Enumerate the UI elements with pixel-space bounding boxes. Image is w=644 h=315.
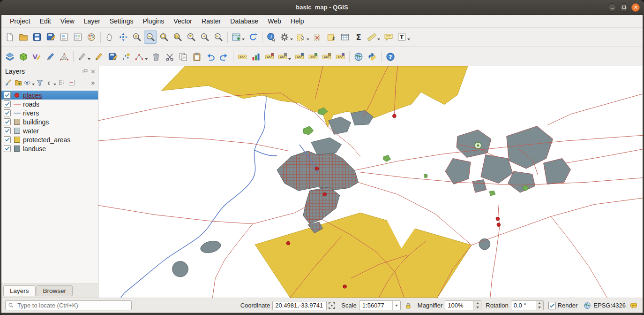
zoom-out-button[interactable] bbox=[144, 31, 157, 44]
layer-visibility-checkbox[interactable] bbox=[4, 145, 11, 152]
add-point-feature-button[interactable] bbox=[120, 50, 133, 63]
redo-button[interactable] bbox=[217, 50, 231, 63]
measure-line-button[interactable] bbox=[366, 31, 382, 44]
magnifier-spinner[interactable] bbox=[445, 300, 481, 310]
menu-plugins[interactable]: Plugins bbox=[138, 15, 169, 27]
menu-database[interactable]: Database bbox=[225, 15, 263, 27]
layer-diagram-button[interactable] bbox=[249, 50, 262, 63]
crs-label[interactable]: EPSG:4326 bbox=[593, 302, 626, 309]
maximize-button[interactable] bbox=[620, 3, 628, 12]
expand-collapse-all-button[interactable] bbox=[56, 77, 67, 88]
menu-project[interactable]: Project bbox=[5, 15, 35, 27]
minimize-button[interactable] bbox=[608, 3, 616, 12]
filter-by-expression-button[interactable]: ε bbox=[45, 77, 56, 88]
chevron-down-icon[interactable] bbox=[392, 301, 400, 310]
menu-raster[interactable]: Raster bbox=[197, 15, 225, 27]
tab-layers[interactable]: Layers bbox=[3, 285, 36, 296]
layer-row-landuse[interactable]: landuse bbox=[1, 144, 98, 153]
layer-row-rivers[interactable]: rivers bbox=[1, 108, 98, 117]
refresh-map-button[interactable] bbox=[247, 31, 260, 44]
lock-scale-icon[interactable] bbox=[404, 302, 412, 309]
select-by-expression-button[interactable]: ε bbox=[325, 31, 338, 44]
menu-edit[interactable]: Edit bbox=[35, 15, 56, 27]
paste-features-button[interactable] bbox=[190, 50, 203, 63]
change-label-button[interactable]: abc bbox=[334, 50, 347, 63]
tab-browser[interactable]: Browser bbox=[37, 285, 73, 296]
panel-close-icon[interactable] bbox=[90, 69, 96, 75]
title-bar[interactable]: basic_map - QGIS bbox=[0, 0, 644, 15]
menu-web[interactable]: Web bbox=[263, 15, 286, 27]
undo-button[interactable] bbox=[204, 50, 217, 63]
layer-visibility-checkbox[interactable] bbox=[4, 127, 11, 134]
rotation-spinner[interactable] bbox=[511, 300, 544, 310]
coordinate-input[interactable] bbox=[272, 301, 327, 310]
new-geopackage-layer-button[interactable] bbox=[17, 50, 30, 63]
magnifier-input[interactable] bbox=[445, 301, 473, 310]
add-group-button[interactable] bbox=[13, 77, 23, 88]
current-edits-button[interactable] bbox=[76, 50, 92, 63]
statistics-panel-button[interactable]: Σ bbox=[352, 31, 365, 44]
python-console-button[interactable] bbox=[366, 50, 379, 63]
filter-legend-button[interactable] bbox=[35, 77, 45, 88]
new-map-view-button[interactable] bbox=[230, 31, 246, 44]
layer-row-water[interactable]: water bbox=[1, 126, 98, 135]
extent-toggle-icon[interactable] bbox=[328, 302, 336, 309]
zoom-last-button[interactable] bbox=[198, 31, 211, 44]
open-project-button[interactable] bbox=[17, 31, 30, 44]
save-layer-edits-button[interactable] bbox=[106, 50, 119, 63]
help-contents-button[interactable]: ? bbox=[384, 50, 397, 63]
layer-visibility-checkbox[interactable] bbox=[4, 109, 11, 116]
zoom-to-layer-button[interactable] bbox=[185, 31, 198, 44]
style-manager-button[interactable] bbox=[85, 31, 98, 44]
layer-visibility-checkbox[interactable] bbox=[4, 92, 11, 99]
panel-float-icon[interactable] bbox=[82, 69, 88, 75]
highlight-pinned-labels-button[interactable]: abc bbox=[293, 50, 306, 63]
menu-view[interactable]: View bbox=[56, 15, 79, 27]
layer-row-protected_areas[interactable]: protected_areas bbox=[1, 135, 98, 144]
move-label-button[interactable]: abc bbox=[307, 50, 320, 63]
rotate-label-button[interactable]: abc bbox=[320, 50, 333, 63]
new-spatialite-layer-button[interactable] bbox=[44, 50, 57, 63]
open-attribute-table-button[interactable] bbox=[338, 31, 352, 44]
zoom-next-button[interactable] bbox=[212, 31, 225, 44]
menu-help[interactable]: Help bbox=[286, 15, 309, 27]
pin-labels-button[interactable]: abc bbox=[277, 50, 292, 63]
menu-settings[interactable]: Settings bbox=[105, 15, 138, 27]
pan-map-button[interactable] bbox=[103, 31, 116, 44]
zoom-to-selection-button[interactable] bbox=[171, 31, 184, 44]
new-print-layout-button[interactable] bbox=[58, 31, 71, 44]
locate-search[interactable] bbox=[5, 300, 132, 310]
toggle-editing-button[interactable] bbox=[92, 50, 105, 63]
remove-layer-button[interactable] bbox=[67, 77, 77, 88]
close-button[interactable] bbox=[631, 3, 640, 12]
select-features-button[interactable] bbox=[295, 31, 311, 44]
rotation-spin-buttons[interactable] bbox=[536, 301, 543, 310]
layer-visibility-checkbox[interactable] bbox=[4, 100, 11, 108]
menu-vector[interactable]: Vector bbox=[169, 15, 197, 27]
layer-labeling-button[interactable]: abc bbox=[236, 50, 249, 63]
layer-row-places[interactable]: places bbox=[1, 91, 98, 100]
new-shapefile-layer-button[interactable]: V bbox=[30, 50, 44, 63]
delete-selected-button[interactable] bbox=[150, 50, 163, 63]
toolbar-overflow-chevron[interactable]: » bbox=[89, 79, 97, 86]
layer-row-buildings[interactable]: buildings bbox=[1, 117, 98, 126]
locate-input[interactable] bbox=[16, 301, 129, 309]
zoom-full-extent-button[interactable] bbox=[157, 31, 171, 44]
crs-globe-icon[interactable] bbox=[584, 302, 591, 309]
layer-row-roads[interactable]: roads bbox=[1, 100, 98, 108]
save-project-button[interactable] bbox=[30, 31, 44, 44]
pan-to-selection-button[interactable] bbox=[117, 31, 130, 44]
manage-map-themes-button[interactable] bbox=[23, 77, 35, 88]
new-virtual-layer-button[interactable] bbox=[58, 50, 71, 63]
run-feature-action-button[interactable] bbox=[278, 31, 294, 44]
metasearch-button[interactable] bbox=[352, 50, 365, 63]
identify-features-button[interactable]: i bbox=[265, 31, 278, 44]
copy-features-button[interactable] bbox=[177, 50, 190, 63]
rotation-input[interactable] bbox=[511, 301, 536, 310]
map-canvas[interactable] bbox=[98, 66, 643, 298]
open-layer-styling-button[interactable] bbox=[3, 77, 13, 88]
messages-log-icon[interactable] bbox=[630, 302, 637, 309]
scale-combo[interactable]: 1:56077 bbox=[359, 300, 401, 310]
add-vector-layer-button[interactable] bbox=[3, 50, 16, 63]
labeling-rules-button[interactable]: abc bbox=[263, 50, 276, 63]
